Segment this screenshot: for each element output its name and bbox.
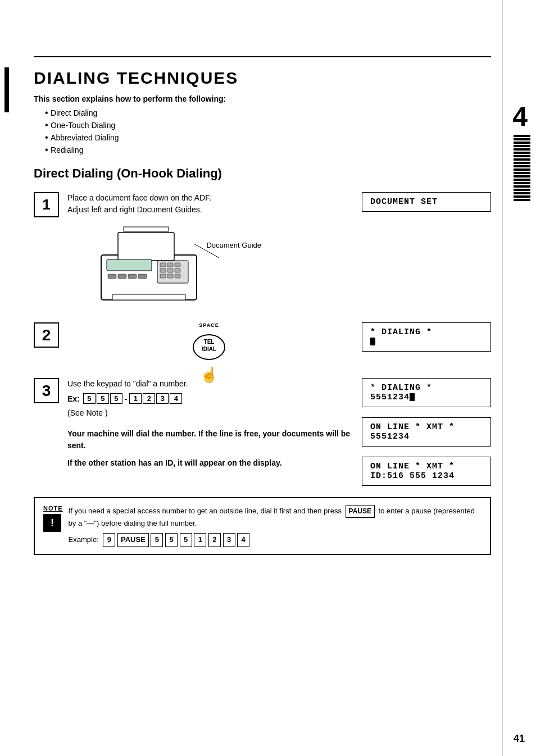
ex-key-5c: 5 (180, 533, 192, 547)
list-item: One-Touch Dialing (45, 120, 491, 130)
step3-display1: * DIALING * 5551234 (362, 378, 491, 407)
left-bar (0, 0, 11, 756)
step2-display: * DIALING * (362, 322, 491, 352)
note-icon: ! (43, 514, 61, 532)
step3-d1-l1: * DIALING * (370, 383, 483, 393)
step1-number-box: 1 (34, 192, 59, 217)
svg-rect-16 (128, 274, 137, 279)
svg-rect-15 (118, 274, 126, 279)
step3-number-box: 3 (34, 378, 59, 403)
step3-ex-label: Ex: (67, 394, 80, 403)
step3-see-note: (See Note ) (67, 407, 351, 419)
key-5b: 5 (97, 393, 109, 404)
step2-number-box: 2 (34, 322, 59, 348)
chapter-number: 4 (512, 101, 528, 132)
key-4: 4 (170, 393, 182, 404)
list-item: Abbreviated Dialing (45, 133, 491, 143)
svg-rect-7 (160, 268, 166, 272)
dash-sep: - (125, 394, 128, 403)
svg-rect-8 (167, 268, 173, 272)
step2-left: 2 SPACE TEL /DIAL ☝ (34, 322, 351, 367)
step3-right: * DIALING * 5551234 ON LINE * XMT * 5551… (362, 378, 491, 486)
step1-text1: Place a document face down on the ADF. (67, 192, 351, 204)
key-3: 3 (156, 393, 169, 404)
tel-dial-button[interactable]: TEL /DIAL ☝ (191, 330, 228, 367)
section-title: Direct Dialing (On-Hook Dialing) (34, 166, 491, 181)
ex-key-4: 4 (237, 533, 249, 547)
ex-key-5a: 5 (151, 533, 163, 547)
key-5a: 5 (83, 393, 96, 404)
page-container: 4 DIALING TECHNIQUES This section explai… (0, 0, 536, 756)
page-title: DIALING TECHNIQUES (34, 69, 491, 88)
step2-right: * DIALING * (362, 322, 491, 352)
ex-key-9: 9 (103, 533, 115, 547)
svg-rect-11 (167, 274, 173, 278)
ex-key-5b: 5 (165, 533, 178, 547)
step2-btn-area: SPACE TEL /DIAL ☝ (67, 322, 351, 367)
step3-display3: ON LINE * XMT * ID:516 555 1234 (362, 457, 491, 486)
list-item: Direct Dialing (45, 108, 491, 118)
main-content: DIALING TECHNIQUES This section explains… (34, 0, 491, 555)
step1-display: DOCUMENT SET (362, 192, 491, 212)
step2-row: 2 SPACE TEL /DIAL ☝ (34, 322, 491, 367)
svg-rect-13 (107, 259, 152, 271)
key-1: 1 (129, 393, 142, 404)
step2-content: SPACE TEL /DIAL ☝ (67, 322, 351, 367)
ex-key-1: 1 (194, 533, 206, 547)
step2-number: 2 (42, 326, 51, 344)
svg-text:/DIAL: /DIAL (201, 346, 216, 352)
step3-d1-l2-text: 5551234 (370, 393, 410, 402)
step2-cursor (370, 337, 483, 347)
ex-key-3: 3 (223, 533, 235, 547)
key-5c: 5 (110, 393, 122, 404)
chapter-bar (514, 135, 530, 202)
note-text1: If you need a special access number to g… (69, 507, 342, 515)
step3-number: 3 (42, 382, 51, 400)
svg-rect-10 (160, 274, 166, 278)
step1-right: DOCUMENT SET (362, 192, 491, 212)
svg-rect-2 (124, 227, 169, 231)
intro-text: This section explains how to perform the… (34, 94, 491, 103)
note-left: NOTE ! (43, 505, 63, 532)
hand-icon: ☝ (191, 366, 228, 384)
svg-rect-1 (118, 233, 174, 261)
note-pause-key: PAUSE (346, 505, 375, 518)
left-bar-accent (4, 67, 9, 112)
note-text: If you need a special access number to g… (69, 505, 482, 547)
step3-display2: ON LINE * XMT * 5551234 (362, 417, 491, 447)
step3-d3-l1: ON LINE * XMT * (370, 462, 483, 471)
step3-d3-l2: ID:516 555 1234 (370, 471, 483, 481)
step3-cursor (410, 393, 415, 401)
svg-rect-17 (138, 274, 147, 279)
bullet-list: Direct Dialing One-Touch Dialing Abbrevi… (45, 108, 491, 155)
step3-d2-l1: ON LINE * XMT * (370, 422, 483, 432)
note-label: NOTE (43, 505, 63, 512)
step3-text5: If the other station has an ID, it will … (67, 457, 351, 469)
example-label: Example: (69, 535, 99, 544)
step3-row: 3 Use the keypad to "dial" a number. Ex:… (34, 378, 491, 486)
key-2: 2 (143, 393, 155, 404)
svg-rect-4 (160, 263, 166, 267)
step1-number: 1 (42, 196, 50, 213)
step3-text-area: Use the keypad to "dial" a number. Ex: 5… (67, 378, 351, 469)
fax-machine-svg (84, 221, 230, 308)
tel-dial-svg: TEL /DIAL (191, 330, 228, 367)
svg-rect-18 (112, 294, 185, 300)
step1-content: Place a document face down on the ADF. A… (67, 192, 351, 311)
step3-para2: Your machine will dial the number. If th… (67, 428, 351, 469)
step3-d2-l2: 5551234 (370, 432, 483, 441)
step3-example-row: Ex: 5 5 5 - 1 2 3 4 (67, 393, 351, 404)
step1-row: 1 Place a document face down on the ADF.… (34, 192, 491, 311)
svg-rect-5 (167, 263, 173, 267)
ex-key-pause: PAUSE (117, 533, 149, 547)
list-item: Redialing (45, 145, 491, 155)
step2-display-line1: * DIALING * (370, 327, 483, 337)
step1-left: 1 Place a document face down on the ADF.… (34, 192, 351, 311)
step3-left: 3 Use the keypad to "dial" a number. Ex:… (34, 378, 351, 469)
fax-illustration: Document Guide (84, 221, 230, 311)
step3-d1-l2: 5551234 (370, 393, 483, 402)
svg-rect-14 (108, 274, 116, 279)
svg-rect-9 (175, 268, 180, 272)
space-label: SPACE (199, 322, 219, 328)
step1-text2: Adjust left and right Document Guides. (67, 204, 351, 216)
